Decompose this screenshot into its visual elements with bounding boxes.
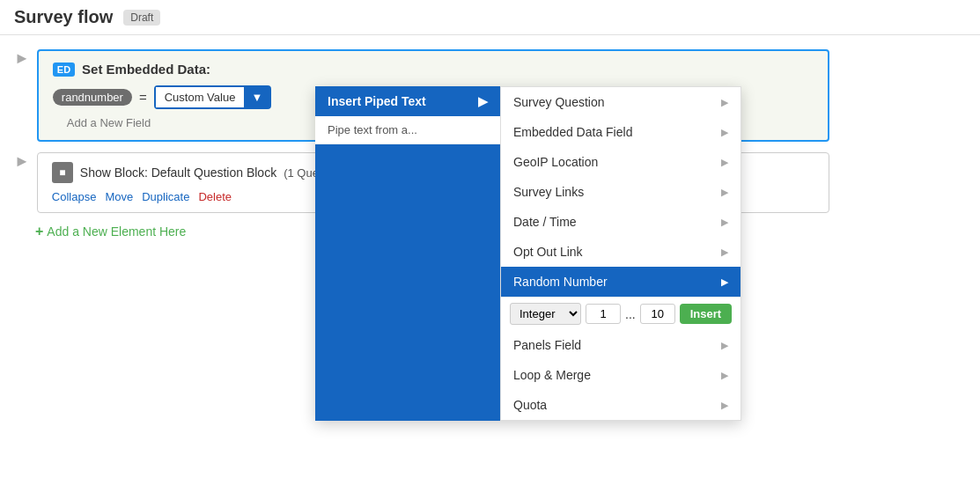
- quota-label: Quota: [513, 398, 547, 412]
- menu-item-quota[interactable]: Quota ▶: [501, 390, 741, 420]
- custom-value-text: Custom Value: [156, 87, 245, 107]
- plus-icon: +: [35, 224, 43, 239]
- show-block-title: Show Block: Default Question Block: [80, 165, 276, 180]
- insert-button[interactable]: Insert: [680, 304, 732, 324]
- random-number-label: Random Number: [513, 275, 608, 289]
- custom-value-select[interactable]: Custom Value ▼: [154, 85, 272, 109]
- chevron-right-icon-3: ▶: [721, 157, 728, 168]
- page-header: Survey flow Draft: [0, 0, 980, 35]
- chevron-right-icon-10: ▶: [721, 400, 728, 411]
- menu-item-survey-question[interactable]: Survey Question ▶: [501, 87, 741, 117]
- loop-merge-label: Loop & Merge: [513, 368, 591, 382]
- insert-piped-text-panel: Insert Piped Text ▶ Pipe text from a...: [315, 86, 500, 421]
- menu-item-random-number[interactable]: Random Number ▶: [501, 267, 741, 297]
- block-title: Set Embedded Data:: [82, 62, 210, 77]
- flow-arrow-2: ►: [14, 152, 30, 171]
- equals-sign: =: [139, 90, 147, 105]
- submenu-chevron-icon: ▶: [478, 94, 488, 108]
- chevron-right-icon-4: ▶: [721, 187, 728, 198]
- survey-question-label: Survey Question: [513, 95, 605, 109]
- draft-badge: Draft: [123, 10, 160, 26]
- integer-type-select[interactable]: Integer Decimal: [510, 303, 581, 325]
- panels-field-label: Panels Field: [513, 338, 581, 352]
- embedded-data-label: Embedded Data Field: [513, 125, 632, 139]
- collapse-link[interactable]: Collapse: [52, 190, 97, 203]
- menu-item-opt-out[interactable]: Opt Out Link ▶: [501, 237, 741, 267]
- menu-item-geoip[interactable]: GeoIP Location ▶: [501, 147, 741, 177]
- random-number-controls: Integer Decimal ... Insert: [501, 297, 741, 330]
- block-header: ED Set Embedded Data:: [53, 62, 814, 77]
- chevron-right-icon-8: ▶: [721, 340, 728, 351]
- dropdown-container: Insert Piped Text ▶ Pipe text from a... …: [315, 86, 741, 421]
- show-block-icon: ■: [52, 162, 73, 183]
- field-tag: randnumber: [53, 89, 132, 106]
- main-content: ► ED Set Embedded Data: randnumber = Cus…: [0, 35, 980, 254]
- duplicate-link[interactable]: Duplicate: [142, 190, 189, 203]
- chevron-right-icon-2: ▶: [721, 127, 728, 138]
- min-input[interactable]: [586, 304, 621, 324]
- page-title: Survey flow: [14, 7, 113, 27]
- delete-link[interactable]: Delete: [198, 190, 232, 203]
- insert-piped-text-label: Insert Piped Text: [328, 94, 426, 108]
- chevron-right-icon: ▶: [721, 97, 728, 108]
- add-element-label: Add a New Element Here: [47, 224, 186, 239]
- max-input[interactable]: [640, 304, 675, 324]
- menu-items-panel: Survey Question ▶ Embedded Data Field ▶ …: [500, 86, 741, 421]
- flow-arrow-1: ►: [14, 49, 30, 68]
- insert-piped-text-header[interactable]: Insert Piped Text ▶: [315, 86, 500, 116]
- menu-item-survey-links[interactable]: Survey Links ▶: [501, 177, 741, 207]
- menu-item-embedded-data[interactable]: Embedded Data Field ▶: [501, 117, 741, 147]
- menu-item-loop-merge[interactable]: Loop & Merge ▶: [501, 360, 741, 390]
- date-time-label: Date / Time: [513, 215, 577, 229]
- opt-out-label: Opt Out Link: [513, 245, 583, 259]
- chevron-right-icon-7: ▶: [721, 276, 728, 288]
- chevron-right-icon-5: ▶: [721, 217, 728, 228]
- geoip-label: GeoIP Location: [513, 155, 598, 169]
- range-dots: ...: [625, 307, 636, 321]
- menu-item-date-time[interactable]: Date / Time ▶: [501, 207, 741, 237]
- survey-links-label: Survey Links: [513, 185, 584, 199]
- chevron-right-icon-9: ▶: [721, 370, 728, 381]
- chevron-right-icon-6: ▶: [721, 246, 728, 258]
- pipe-from-label: Pipe text from a...: [315, 116, 500, 144]
- move-link[interactable]: Move: [105, 190, 133, 203]
- embedded-data-icon: ED: [53, 63, 75, 77]
- dropdown-arrow-icon[interactable]: ▼: [244, 87, 269, 107]
- menu-item-panels-field[interactable]: Panels Field ▶: [501, 330, 741, 360]
